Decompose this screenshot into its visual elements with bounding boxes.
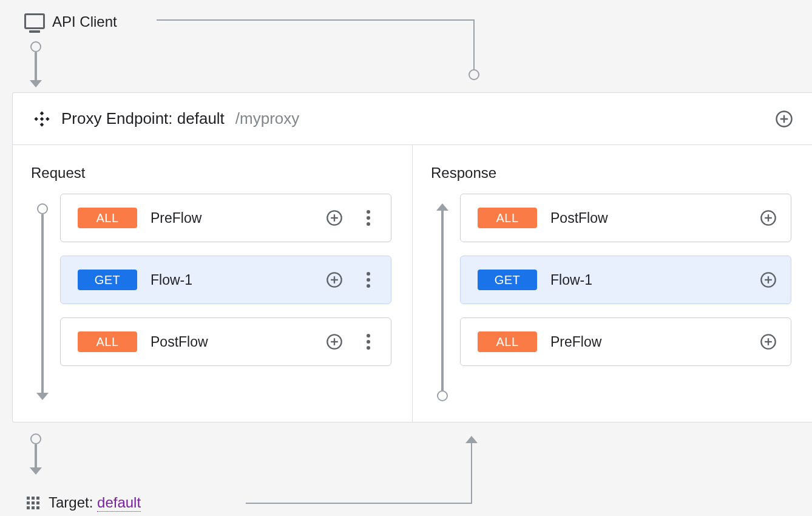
connector-line	[471, 443, 472, 504]
connector-circle	[30, 41, 41, 52]
request-flow-axis	[37, 203, 49, 402]
add-step-button[interactable]	[324, 270, 345, 290]
connector-line	[157, 19, 475, 21]
add-step-button[interactable]	[758, 331, 779, 352]
connector-circle	[30, 433, 41, 444]
flow-label: Flow-1	[550, 272, 745, 288]
connector-arrow-down-icon	[30, 467, 42, 475]
flow-row-preflow[interactable]: ALL PreFlow	[60, 194, 391, 242]
flow-row-postflow[interactable]: ALL PostFlow	[460, 194, 791, 242]
flow-row-postflow[interactable]: ALL PostFlow	[60, 317, 391, 366]
more-menu-button[interactable]	[358, 270, 379, 290]
endpoint-icon	[33, 110, 50, 127]
add-step-button[interactable]	[758, 208, 779, 228]
monitor-icon	[24, 13, 45, 29]
svg-rect-0	[40, 111, 44, 115]
add-flow-button[interactable]	[774, 109, 794, 129]
svg-rect-4	[40, 117, 44, 121]
http-method-badge: ALL	[478, 208, 537, 228]
flow-row-flow-1[interactable]: GET Flow-1	[60, 256, 391, 304]
response-column: Response ALL PostFlow GET	[412, 145, 812, 422]
more-menu-button[interactable]	[358, 331, 379, 352]
api-client-label: API Client	[52, 13, 117, 30]
target-link[interactable]: default	[97, 494, 141, 512]
http-method-badge: GET	[78, 270, 137, 290]
proxy-endpoint-card: Proxy Endpoint: default /myproxy Request	[12, 92, 812, 423]
svg-rect-2	[34, 117, 38, 121]
connector-line	[246, 503, 472, 504]
flow-label: PostFlow	[151, 334, 311, 350]
flow-label: PreFlow	[151, 210, 311, 226]
request-column: Request ALL PreFlow	[13, 145, 412, 422]
request-title: Request	[31, 165, 391, 182]
target-label: Target: default	[49, 494, 141, 511]
flow-label: PostFlow	[550, 210, 745, 226]
add-step-button[interactable]	[758, 270, 779, 290]
http-method-badge: ALL	[478, 331, 537, 352]
flow-label: PreFlow	[550, 334, 745, 350]
connector-arrow-up-icon	[465, 436, 478, 443]
card-header: Proxy Endpoint: default /myproxy	[13, 93, 812, 145]
flow-row-preflow[interactable]: ALL PreFlow	[460, 317, 791, 366]
flow-label: Flow-1	[151, 272, 311, 288]
http-method-badge: GET	[478, 270, 537, 290]
flow-row-flow-1[interactable]: GET Flow-1	[460, 256, 791, 304]
apps-grid-icon	[27, 497, 40, 510]
svg-rect-1	[40, 123, 44, 127]
connector-arrow-down-icon	[30, 80, 42, 87]
target-prefix: Target:	[49, 494, 97, 511]
svg-rect-3	[46, 117, 50, 121]
proxy-endpoint-title: Proxy Endpoint: default	[61, 109, 225, 128]
add-step-button[interactable]	[324, 331, 345, 352]
response-flow-axis	[437, 203, 449, 402]
http-method-badge: ALL	[78, 208, 137, 228]
http-method-badge: ALL	[78, 331, 137, 352]
connector-line	[473, 19, 475, 72]
connector-circle	[469, 69, 479, 80]
add-step-button[interactable]	[324, 208, 345, 228]
connector-line	[35, 444, 37, 470]
connector-line	[35, 52, 37, 84]
more-menu-button[interactable]	[358, 208, 379, 228]
proxy-endpoint-path: /myproxy	[235, 109, 299, 128]
response-title: Response	[431, 165, 791, 182]
